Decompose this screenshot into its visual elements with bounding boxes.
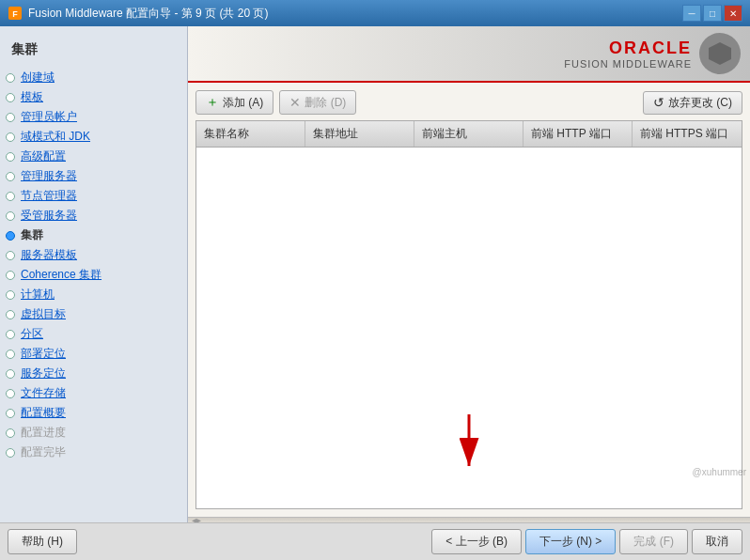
sidebar-item-partition[interactable]: 分区 bbox=[0, 324, 187, 344]
nav-link[interactable]: 部署定位 bbox=[21, 346, 66, 362]
nav-link[interactable]: 高级配置 bbox=[21, 148, 66, 164]
nav-dot bbox=[6, 152, 15, 162]
nav-dot bbox=[6, 172, 15, 181]
svg-text:F: F bbox=[12, 9, 18, 19]
sidebar-item-node-manager[interactable]: 节点管理器 bbox=[0, 186, 187, 206]
minimize-button[interactable]: ─ bbox=[682, 5, 701, 22]
nav-label-disabled: 配置进度 bbox=[21, 425, 66, 441]
right-panel: ORACLE FUSION MIDDLEWARE ＋ 添加 (A) bbox=[188, 26, 750, 522]
nav-link[interactable]: 服务定位 bbox=[21, 366, 66, 381]
nav-link[interactable]: 管理服务器 bbox=[21, 168, 77, 184]
sidebar-item-service-target[interactable]: 服务定位 bbox=[0, 364, 187, 383]
bottom-bar: 帮助 (H) < 上一步 (B) 下一步 (N) > 完成 (F) 取消 bbox=[0, 522, 750, 560]
add-icon: ＋ bbox=[206, 94, 219, 111]
nav-link[interactable]: 计算机 bbox=[21, 287, 55, 303]
nav-dot bbox=[6, 271, 15, 280]
sidebar-item-config-progress: 配置进度 bbox=[0, 423, 187, 443]
help-button[interactable]: 帮助 (H) bbox=[8, 529, 77, 554]
sidebar-item-create-domain[interactable]: 创建域 bbox=[0, 68, 187, 87]
nav-link[interactable]: 配置概要 bbox=[21, 405, 66, 421]
toolbar: ＋ 添加 (A) ✕ 删除 (D) ↺ 放弃更改 (C) bbox=[195, 90, 742, 115]
sidebar-item-admin-account[interactable]: 管理员帐户 bbox=[0, 107, 187, 127]
delete-button[interactable]: ✕ 删除 (D) bbox=[279, 90, 356, 115]
nav-dot bbox=[6, 113, 15, 122]
sidebar-item-templates[interactable]: 模板 bbox=[0, 87, 187, 107]
nav-label-cluster: 集群 bbox=[21, 227, 43, 243]
nav-link[interactable]: 虚拟目标 bbox=[21, 306, 66, 322]
nav-dot bbox=[6, 192, 15, 201]
add-label: 添加 (A) bbox=[223, 95, 263, 111]
col-cluster-addr: 集群地址 bbox=[305, 121, 414, 147]
sidebar-item-managed-server[interactable]: 受管服务器 bbox=[0, 206, 187, 226]
watermark: @xuhummer bbox=[693, 467, 746, 477]
nav-label-disabled: 配置完毕 bbox=[21, 444, 66, 460]
nav-link[interactable]: 域模式和 JDK bbox=[21, 129, 90, 145]
sidebar-item-advanced[interactable]: 高级配置 bbox=[0, 147, 187, 166]
nav-link[interactable]: 文件存储 bbox=[21, 385, 66, 401]
nav-dot bbox=[6, 132, 15, 142]
fusion-brand-text: FUSION MIDDLEWARE bbox=[564, 58, 692, 70]
add-button[interactable]: ＋ 添加 (A) bbox=[195, 90, 273, 115]
nav-dot bbox=[6, 428, 15, 438]
title-bar: F Fusion Middleware 配置向导 - 第 9 页 (共 20 页… bbox=[0, 0, 750, 26]
nav-link[interactable]: 节点管理器 bbox=[21, 188, 77, 204]
nav-dot bbox=[6, 93, 15, 102]
sidebar-item-coherence-cluster[interactable]: Coherence 集群 bbox=[0, 265, 187, 285]
sidebar-item-config-summary[interactable]: 配置概要 bbox=[0, 403, 187, 423]
col-cluster-name: 集群名称 bbox=[196, 121, 305, 147]
nav-dot-current bbox=[6, 231, 15, 241]
delete-label: 删除 (D) bbox=[305, 95, 346, 111]
maximize-button[interactable]: □ bbox=[703, 5, 722, 22]
sidebar-item-domain-mode[interactable]: 域模式和 JDK bbox=[0, 127, 187, 147]
nav-link[interactable]: 受管服务器 bbox=[21, 208, 77, 224]
title-bar-controls: ─ □ ✕ bbox=[682, 5, 742, 22]
bottom-left: 帮助 (H) bbox=[8, 529, 77, 554]
nav-dot bbox=[6, 409, 15, 418]
content-area: 集群 创建域 模板 管理员帐户 域模式和 JDK bbox=[0, 26, 750, 522]
sidebar-item-config-complete: 配置完毕 bbox=[0, 443, 187, 462]
sidebar: 集群 创建域 模板 管理员帐户 域模式和 JDK bbox=[0, 26, 188, 522]
close-button[interactable]: ✕ bbox=[724, 5, 742, 22]
sidebar-item-server-template[interactable]: 服务器模板 bbox=[0, 245, 187, 265]
sidebar-item-file-store[interactable]: 文件存储 bbox=[0, 383, 187, 403]
nav-dot bbox=[6, 389, 15, 398]
nav-dot bbox=[6, 211, 15, 221]
nav-dot bbox=[6, 350, 15, 359]
data-table: 集群名称 集群地址 前端主机 前端 HTTP 端口 前端 HTTPS 端口 bbox=[195, 120, 742, 509]
nav-link-coherence[interactable]: Coherence 集群 bbox=[21, 267, 102, 283]
nav-link[interactable]: 分区 bbox=[21, 326, 43, 342]
cancel-button[interactable]: 取消 bbox=[692, 529, 742, 554]
discard-label: 放弃更改 (C) bbox=[668, 95, 732, 111]
nav-link[interactable]: 模板 bbox=[21, 89, 43, 105]
finish-button[interactable]: 完成 (F) bbox=[619, 529, 688, 554]
window-title: Fusion Middleware 配置向导 - 第 9 页 (共 20 页) bbox=[28, 6, 268, 22]
discard-button[interactable]: ↺ 放弃更改 (C) bbox=[643, 91, 742, 115]
nav-dot bbox=[6, 310, 15, 319]
discard-icon: ↺ bbox=[653, 95, 664, 110]
col-frontend-host: 前端主机 bbox=[414, 121, 523, 147]
resize-handle-icon: ◂▸ bbox=[192, 515, 201, 522]
sidebar-item-calculator[interactable]: 计算机 bbox=[0, 285, 187, 304]
nav-dot bbox=[6, 330, 15, 339]
prev-button[interactable]: < 上一步 (B) bbox=[431, 529, 522, 554]
nav-dot bbox=[6, 369, 15, 379]
nav-dot bbox=[6, 73, 15, 83]
table-header: 集群名称 集群地址 前端主机 前端 HTTP 端口 前端 HTTPS 端口 bbox=[196, 121, 742, 148]
nav-link[interactable]: 服务器模板 bbox=[21, 247, 77, 263]
sidebar-nav: 创建域 模板 管理员帐户 域模式和 JDK 高级配置 bbox=[0, 68, 187, 462]
oracle-logo: ORACLE FUSION MIDDLEWARE bbox=[564, 39, 692, 70]
next-button[interactable]: 下一步 (N) > bbox=[525, 529, 616, 554]
table-body bbox=[196, 148, 742, 429]
nav-link[interactable]: 管理员帐户 bbox=[21, 109, 77, 125]
sidebar-item-deploy-target[interactable]: 部署定位 bbox=[0, 344, 187, 364]
sidebar-item-cluster: 集群 bbox=[0, 226, 187, 245]
oracle-header: ORACLE FUSION MIDDLEWARE bbox=[188, 26, 750, 83]
delete-icon: ✕ bbox=[289, 95, 301, 110]
oracle-brand-text: ORACLE bbox=[609, 39, 692, 58]
app-icon: F bbox=[8, 6, 23, 21]
sidebar-item-virtual-target[interactable]: 虚拟目标 bbox=[0, 304, 187, 324]
sidebar-item-manage-server[interactable]: 管理服务器 bbox=[0, 166, 187, 186]
nav-link[interactable]: 创建域 bbox=[21, 70, 55, 86]
resize-bar[interactable]: ◂▸ bbox=[188, 517, 750, 522]
nav-dot bbox=[6, 448, 15, 458]
